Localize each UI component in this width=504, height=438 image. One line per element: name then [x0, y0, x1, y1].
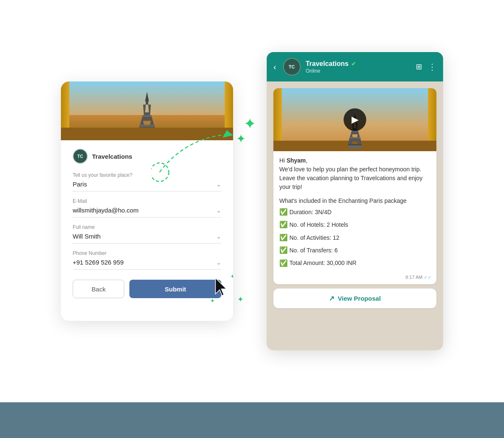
- email-input-row[interactable]: willsmithjayda@ho.com ⌄: [73, 207, 221, 218]
- brand-logo: TC: [73, 149, 88, 164]
- svg-rect-18: [349, 137, 361, 139]
- email-value: willsmithjayda@ho.com: [73, 207, 139, 214]
- checklist-item-1: ✅ Duration: 3N/4D: [279, 206, 430, 218]
- place-value: Paris: [73, 181, 87, 188]
- bottom-bar: [0, 402, 504, 438]
- wa-brand-name: Travelcations: [306, 60, 349, 68]
- wa-checklist: ✅ Duration: 3N/4D ✅ No. of Hotels: 2 Hot…: [273, 206, 436, 273]
- whatsapp-panel: ‹ TC Travelcations ✔ Online ⊞ ⋮: [267, 52, 443, 350]
- email-chevron-icon: ⌄: [216, 207, 221, 214]
- wa-timestamp: 8:17 AM ✓✓: [273, 273, 436, 284]
- check-icon-5: ✅: [279, 257, 288, 270]
- sparkle-star-icon: ✦: [244, 115, 256, 133]
- view-proposal-button[interactable]: ↗ View Proposal: [273, 289, 436, 308]
- sparkle-top-right-icon: ✦: [236, 132, 246, 146]
- check-icon-3: ✅: [279, 231, 288, 244]
- greeting-text: Hi: [279, 157, 286, 164]
- comma-text: ,: [306, 157, 307, 164]
- left-section: ✦ ✦ ✦: [61, 81, 233, 321]
- wa-store-icon[interactable]: ⊞: [416, 62, 422, 71]
- intro-text: We'd love to help you plan the perfect h…: [279, 166, 423, 190]
- greeting-name: Shyam: [286, 157, 306, 164]
- checklist-text-2: No. of Hotels: 2 Hotels: [289, 219, 348, 231]
- wa-body-inner: ▶ Hi Shyam, We'd love to help you plan t…: [273, 88, 436, 308]
- wa-back-button[interactable]: ‹: [273, 62, 276, 72]
- checklist-item-4: ✅ No. of Transfers: 6: [279, 244, 430, 257]
- phone-label: Phone Number: [73, 250, 221, 256]
- brand-row: TC Travelcations: [73, 149, 221, 164]
- form-field-fullname: Full name Will Smith ⌄: [73, 224, 221, 244]
- svg-marker-10: [215, 278, 226, 296]
- form-hero-image: [61, 81, 233, 140]
- svg-rect-6: [139, 125, 155, 127]
- wa-info: Travelcations ✔ Online: [306, 60, 411, 74]
- check-icon-2: ✅: [279, 218, 288, 231]
- email-label: E-Mail: [73, 198, 221, 204]
- timestamp-text: 8:17 AM: [406, 275, 423, 280]
- right-section: ‹ TC Travelcations ✔ Online ⊞ ⋮: [267, 52, 443, 350]
- cursor-arrow: ✦ ✦: [212, 277, 229, 300]
- wa-video-thumbnail: ▶: [273, 88, 436, 151]
- back-button[interactable]: Back: [73, 280, 124, 298]
- checklist-item-3: ✅ No. of Activities: 12: [279, 231, 430, 244]
- svg-marker-5: [140, 117, 154, 125]
- whatsapp-body: ▶ Hi Shyam, We'd love to help you plan t…: [267, 81, 443, 350]
- form-buttons: Back Submit: [73, 280, 221, 298]
- checklist-item-2: ✅ No. of Hotels: 2 Hotels: [279, 218, 430, 231]
- main-content: ✦ ✦ ✦: [0, 0, 504, 402]
- external-link-icon: ↗: [329, 294, 334, 302]
- check-icon-4: ✅: [279, 244, 288, 257]
- wa-message-text: Hi Shyam, We'd love to help you plan the…: [273, 151, 436, 194]
- svg-marker-3: [143, 105, 151, 115]
- wa-actions: ⊞ ⋮: [416, 62, 436, 72]
- view-proposal-text: View Proposal: [338, 295, 381, 302]
- svg-marker-17: [350, 131, 360, 137]
- form-body: TC Travelcations Tell us your favorite p…: [61, 140, 233, 308]
- wa-status: Online: [306, 68, 411, 74]
- wa-avatar: TC: [283, 58, 301, 76]
- whatsapp-header: ‹ TC Travelcations ✔ Online ⊞ ⋮: [267, 52, 443, 81]
- form-field-place: Tell us your favorite place? Paris ⌄: [73, 172, 221, 191]
- checklist-text-4: No. of Transfers: 6: [289, 245, 338, 256]
- svg-rect-20: [348, 144, 362, 145]
- sparkle-small-icon: ✦: [237, 295, 244, 304]
- read-ticks: ✓✓: [424, 275, 431, 280]
- place-input-row[interactable]: Paris ⌄: [73, 181, 221, 191]
- checklist-item-5: ✅ Total Amount: 30,000 INR: [279, 257, 430, 270]
- fullname-label: Full name: [73, 224, 221, 230]
- phone-chevron-icon: ⌄: [216, 259, 221, 266]
- check-icon-1: ✅: [279, 206, 288, 218]
- place-chevron-icon: ⌄: [216, 181, 221, 188]
- brand-name: Travelcations: [92, 153, 132, 160]
- submit-button[interactable]: Submit: [129, 280, 221, 298]
- fullname-chevron-icon: ⌄: [216, 233, 221, 240]
- place-label: Tell us your favorite place?: [73, 172, 221, 178]
- package-title: What's included in the Enchanting Paris …: [273, 194, 436, 206]
- form-card: TC Travelcations Tell us your favorite p…: [61, 81, 233, 321]
- phone-input-row[interactable]: +91 5269 526 959 ⌄: [73, 259, 221, 270]
- form-field-email: E-Mail willsmithjayda@ho.com ⌄: [73, 198, 221, 218]
- wa-verified-icon: ✔: [351, 60, 356, 67]
- wa-name: Travelcations ✔: [306, 60, 411, 68]
- svg-rect-4: [142, 115, 152, 117]
- svg-rect-2: [146, 102, 148, 105]
- checklist-text-5: Total Amount: 30,000 INR: [289, 257, 357, 269]
- fullname-value: Will Smith: [73, 233, 101, 240]
- svg-marker-1: [145, 92, 149, 102]
- checklist-text-1: Duration: 3N/4D: [289, 207, 331, 218]
- fullname-input-row[interactable]: Will Smith ⌄: [73, 233, 221, 244]
- wa-more-icon[interactable]: ⋮: [428, 62, 436, 72]
- checklist-text-3: No. of Activities: 12: [289, 232, 339, 244]
- svg-marker-19: [348, 139, 362, 144]
- form-field-phone: Phone Number +91 5269 526 959 ⌄: [73, 250, 221, 270]
- phone-value: +91 5269 526 959: [73, 259, 123, 266]
- wa-message-bubble: ▶ Hi Shyam, We'd love to help you plan t…: [273, 88, 436, 284]
- play-button[interactable]: ▶: [344, 108, 366, 131]
- svg-rect-21: [348, 145, 362, 148]
